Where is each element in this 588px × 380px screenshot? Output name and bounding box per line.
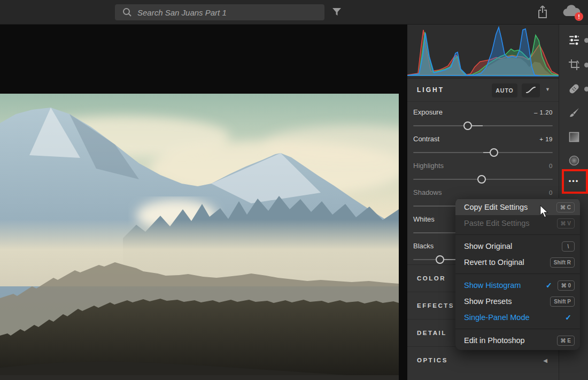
section-label: EFFECTS	[417, 302, 454, 309]
menu-item-edit-in-photoshop[interactable]: Edit in Photoshop ⌘ E	[455, 332, 580, 348]
sync-error-badge: !	[575, 12, 583, 21]
menu-item-label: Paste Edit Settings	[464, 219, 557, 227]
photo-canvas	[0, 25, 407, 380]
slider-label: Highlights	[413, 162, 444, 170]
menu-item-revert-to-original[interactable]: Revert to Original Shift R	[455, 254, 580, 270]
checkmark-icon: ✓	[546, 281, 552, 290]
section-label: DETAIL	[417, 330, 447, 336]
checkmark-icon: ✓	[565, 313, 571, 322]
slider-track[interactable]	[413, 121, 553, 130]
panel-indicator-dot	[584, 38, 588, 43]
brush-icon[interactable]	[559, 102, 588, 124]
shortcut-badge: Shift R	[550, 257, 575, 268]
light-section-header[interactable]: LIGHT AUTO ▼	[407, 79, 559, 102]
shortcut-badge: ⌘ V	[557, 218, 575, 229]
menu-item-label: Single-Panel Mode	[464, 313, 565, 322]
section-label: OPTICS	[417, 357, 448, 363]
slider-exposure[interactable]: Exposure– 1.20	[407, 104, 559, 131]
slider-knob[interactable]	[463, 121, 472, 130]
menu-item-show-original[interactable]: Show Original \	[455, 238, 580, 254]
menu-item-label: Show Presets	[464, 297, 550, 306]
shortcut-badge: ⌘ 0	[558, 280, 575, 291]
shortcut-badge: Shift P	[550, 297, 575, 307]
slider-knob[interactable]	[477, 175, 486, 184]
mouse-cursor	[539, 205, 550, 218]
landscape-photo[interactable]	[0, 94, 399, 380]
slider-label: Whites	[413, 215, 435, 223]
menu-item-show-histogram[interactable]: Show Histogram ✓ ⌘ 0	[455, 277, 580, 293]
menu-separator	[455, 234, 580, 235]
search-input[interactable]	[137, 8, 314, 17]
slider-value: 0	[549, 189, 553, 196]
menu-item-show-presets[interactable]: Show Presets Shift P	[455, 293, 580, 309]
share-icon[interactable]	[537, 5, 548, 19]
slider-highlights[interactable]: Highlights0	[407, 157, 559, 184]
slider-knob[interactable]	[490, 148, 498, 157]
search-icon	[122, 7, 132, 17]
healing-brush-icon[interactable]	[559, 78, 588, 100]
menu-separator	[455, 329, 580, 329]
menu-item-paste-edit-settings: Paste Edit Settings ⌘ V	[455, 215, 580, 231]
linear-gradient-icon[interactable]	[559, 126, 588, 148]
shortcut-badge: ⌘ C	[556, 202, 575, 212]
menu-item-label: Revert to Original	[464, 258, 550, 267]
slider-label: Shadows	[413, 188, 442, 196]
menu-item-single-panel-mode[interactable]: Single-Panel Mode ✓	[455, 309, 580, 325]
slider-label: Exposure	[413, 108, 443, 116]
context-menu: Copy Edit Settings ⌘ C Paste Edit Settin…	[455, 198, 580, 350]
histogram[interactable]	[407, 25, 559, 79]
chevron-left-icon: ◀	[543, 358, 547, 363]
slider-track[interactable]	[413, 175, 553, 184]
top-bar: !	[0, 0, 588, 25]
slider-knob[interactable]	[436, 255, 444, 264]
light-section-title: LIGHT	[417, 86, 444, 94]
radial-gradient-icon[interactable]	[559, 150, 588, 171]
slider-label: Blacks	[413, 242, 434, 250]
tone-curve-button[interactable]	[522, 83, 540, 97]
menu-item-copy-edit-settings[interactable]: Copy Edit Settings ⌘ C	[455, 199, 580, 215]
menu-item-label: Show Original	[464, 242, 562, 250]
search-box[interactable]	[115, 4, 324, 20]
menu-item-label: Show Histogram	[464, 281, 546, 290]
chevron-down-icon[interactable]: ▼	[545, 87, 550, 92]
menu-separator	[455, 273, 580, 274]
menu-item-label: Edit in Photoshop	[464, 336, 557, 345]
slider-value: + 19	[539, 136, 553, 142]
slider-track[interactable]	[413, 148, 553, 157]
slider-contrast[interactable]: Contrast+ 19	[407, 131, 559, 157]
cloud-sync-icon[interactable]: !	[561, 4, 581, 19]
panel-indicator-dot	[584, 63, 588, 67]
shortcut-badge: ⌘ E	[557, 336, 575, 346]
slider-value: 0	[549, 163, 553, 169]
edit-sliders-icon[interactable]	[559, 29, 588, 51]
auto-button[interactable]: AUTO	[492, 83, 517, 97]
section-label: COLOR	[417, 275, 446, 282]
filter-funnel-icon[interactable]	[331, 7, 342, 17]
tone-curve-icon	[525, 86, 537, 94]
panel-indicator-dot	[584, 87, 588, 92]
lightroom-window: !	[0, 0, 588, 380]
annotation-highlight-box	[562, 169, 588, 194]
slider-value: – 1.20	[534, 109, 553, 116]
section-optics[interactable]: OPTICS ◀	[407, 346, 559, 374]
shortcut-badge: \	[562, 241, 575, 252]
crop-rotate-icon[interactable]	[559, 54, 588, 75]
slider-label: Contrast	[413, 135, 439, 143]
